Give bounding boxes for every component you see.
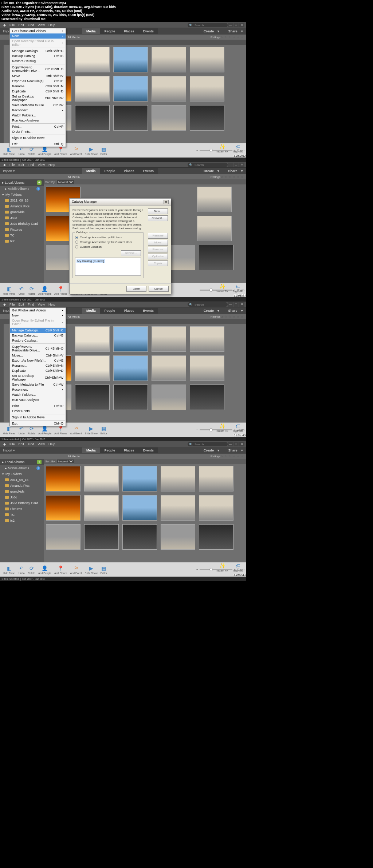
menu-new[interactable]: New▸ bbox=[10, 33, 66, 39]
menu-watchfolders[interactable]: Watch Folders... bbox=[10, 113, 66, 118]
thumb[interactable] bbox=[152, 47, 186, 72]
my-folders[interactable]: ▾ My Folders bbox=[0, 192, 44, 198]
convert-button[interactable]: Convert... bbox=[148, 215, 168, 221]
create-button[interactable]: Create ▾ bbox=[198, 29, 223, 33]
browse-button[interactable]: Browse... bbox=[121, 250, 141, 256]
rename-button[interactable]: Rename bbox=[148, 233, 168, 239]
thumb[interactable] bbox=[197, 187, 232, 212]
folder-item[interactable]: tc2 bbox=[0, 518, 44, 523]
tab-events[interactable]: Events bbox=[139, 28, 158, 34]
thumb[interactable] bbox=[75, 76, 110, 101]
import-button[interactable]: Import ▾ bbox=[0, 169, 18, 173]
share-button[interactable]: Share ▾ bbox=[222, 169, 246, 173]
menu-manage[interactable]: Manage Catalogs...Ctrl+Shift+C bbox=[10, 48, 66, 53]
close-button[interactable]: ✕ bbox=[239, 163, 244, 167]
thumb[interactable] bbox=[190, 76, 224, 101]
menu-edit[interactable]: Edit bbox=[17, 303, 26, 306]
menu-find[interactable]: Find bbox=[26, 163, 36, 167]
rotate-button[interactable]: ⟳Rotate bbox=[26, 286, 37, 295]
cancel-button[interactable]: Cancel bbox=[149, 286, 169, 292]
tab-places[interactable]: Places bbox=[119, 168, 139, 174]
search-input[interactable]: 🔍 Search bbox=[188, 23, 228, 27]
folder-item[interactable]: TC bbox=[0, 232, 44, 238]
menu-exit[interactable]: ExitCtrl+Q bbox=[10, 142, 66, 147]
menu-move[interactable]: Move...Ctrl+Shift+V bbox=[10, 73, 66, 79]
folder-item[interactable]: 2011_09_16 bbox=[0, 477, 44, 483]
share-button[interactable]: Share ▾ bbox=[222, 29, 246, 33]
add-people-button[interactable]: 👤Add People bbox=[37, 286, 53, 295]
add-people-button[interactable]: 👤Add People bbox=[37, 146, 53, 155]
thumb[interactable] bbox=[75, 47, 110, 72]
radio-custom[interactable]: Custom Location bbox=[75, 244, 141, 249]
add-places-button[interactable]: 📍Add Places bbox=[53, 286, 68, 295]
rotate-button[interactable]: ⟳Rotate bbox=[26, 146, 37, 155]
tab-people[interactable]: People bbox=[100, 168, 120, 174]
tab-media[interactable]: Media bbox=[82, 168, 100, 174]
new-button[interactable]: New... bbox=[148, 208, 168, 214]
folder-item[interactable]: 2011_09_16 bbox=[0, 198, 44, 203]
thumb[interactable] bbox=[113, 76, 148, 101]
menu-view[interactable]: View bbox=[36, 163, 47, 167]
folder-item[interactable]: tc2 bbox=[0, 238, 44, 244]
menu-copymove[interactable]: Copy/Move to Removable Drive...Ctrl+Shif… bbox=[10, 65, 66, 73]
move-button[interactable]: Move bbox=[148, 240, 168, 246]
instant-fix-button[interactable]: ✨Instant Fix bbox=[215, 143, 229, 153]
folder-item[interactable]: JoJo bbox=[0, 494, 44, 500]
catalog-list[interactable]: My Catalog [Current] bbox=[75, 258, 141, 276]
slideshow-button[interactable]: ▶Slide Show bbox=[83, 146, 99, 155]
remove-button[interactable]: Remove bbox=[148, 247, 168, 252]
search-input[interactable]: 🔍 Search bbox=[188, 302, 228, 307]
menu-file[interactable]: File bbox=[8, 163, 17, 167]
folder-item[interactable]: Amanda Pics bbox=[0, 203, 44, 209]
hide-panel-button[interactable]: ◧Hide Panel bbox=[1, 146, 17, 155]
menu-manage-hl[interactable]: Manage Catalogs...Ctrl+Shift+C bbox=[10, 328, 66, 333]
folder-item[interactable]: Amanda Pics bbox=[0, 483, 44, 489]
open-button[interactable]: Open bbox=[126, 286, 146, 292]
search-input[interactable]: 🔍 Search bbox=[188, 163, 228, 167]
menu-view[interactable]: View bbox=[36, 23, 47, 27]
menu-export[interactable]: Export As New File(s)...Ctrl+E bbox=[10, 79, 66, 84]
minimize-button[interactable]: — bbox=[228, 163, 233, 167]
folder-item[interactable]: TC bbox=[0, 512, 44, 518]
menu-wallpaper[interactable]: Set as Desktop WallpaperCtrl+Shift+W bbox=[10, 94, 66, 103]
thumb[interactable] bbox=[152, 76, 186, 101]
minimize-button[interactable]: — bbox=[228, 23, 233, 27]
thumb[interactable] bbox=[199, 245, 233, 270]
maximize-button[interactable]: □ bbox=[233, 23, 239, 27]
thumb[interactable] bbox=[197, 216, 232, 241]
menu-help[interactable]: Help bbox=[47, 23, 57, 27]
radio-current-user[interactable]: Catalogs Accessible by the Current User bbox=[75, 240, 141, 244]
thumb[interactable] bbox=[190, 105, 224, 131]
add-places-button[interactable]: 📍Add Places bbox=[53, 146, 68, 155]
menu-savemeta[interactable]: Save Metadata to FileCtrl+W bbox=[10, 103, 66, 108]
folder-item[interactable]: JoJo bbox=[0, 215, 44, 221]
menu-restore[interactable]: Restore Catalog... bbox=[10, 59, 66, 64]
menu-signin[interactable]: Sign In to Adobe Revel bbox=[10, 135, 66, 140]
info-icon[interactable]: i bbox=[36, 187, 40, 191]
radio-all-users[interactable]: Catalogs Accessible by All Users bbox=[75, 235, 141, 240]
maximize-button[interactable]: □ bbox=[233, 163, 239, 167]
menu-edit[interactable]: Edit bbox=[17, 163, 26, 167]
local-albums[interactable]: ▸ Local Albums+ bbox=[0, 179, 44, 186]
folder-item[interactable]: grandkids bbox=[0, 489, 44, 494]
thumb[interactable] bbox=[75, 105, 110, 131]
editor-button[interactable]: ▦Editor bbox=[99, 146, 109, 155]
folder-item[interactable]: JoJo Birthday Card bbox=[0, 221, 44, 227]
optimize-button[interactable]: Optimize bbox=[148, 254, 168, 259]
undo-button[interactable]: ↶Undo bbox=[17, 286, 26, 295]
folder-item[interactable]: JoJo Birthday Card bbox=[0, 500, 44, 506]
undo-button[interactable]: ↶Undo bbox=[17, 146, 26, 155]
folder-item[interactable]: grandkids bbox=[0, 209, 44, 215]
tags-info-button[interactable]: 🏷Tags/Info bbox=[231, 143, 244, 153]
dialog-close-button[interactable]: ✕ bbox=[164, 200, 169, 204]
sortby-select[interactable]: Newest bbox=[56, 180, 74, 184]
tab-events[interactable]: Events bbox=[139, 168, 158, 174]
menu-getphotos[interactable]: Get Photos and Videos▸ bbox=[10, 28, 66, 33]
menu-backup[interactable]: Backup Catalog...Ctrl+B bbox=[10, 53, 66, 59]
menu-help[interactable]: Help bbox=[47, 303, 57, 306]
thumb[interactable] bbox=[190, 47, 224, 72]
menu-openrecent[interactable]: Open Recently Edited File in Editor▸ bbox=[10, 39, 66, 47]
menu-print[interactable]: Print...Ctrl+P bbox=[10, 124, 66, 129]
menu-file[interactable]: File bbox=[8, 23, 17, 27]
menu-file[interactable]: File bbox=[8, 303, 17, 306]
